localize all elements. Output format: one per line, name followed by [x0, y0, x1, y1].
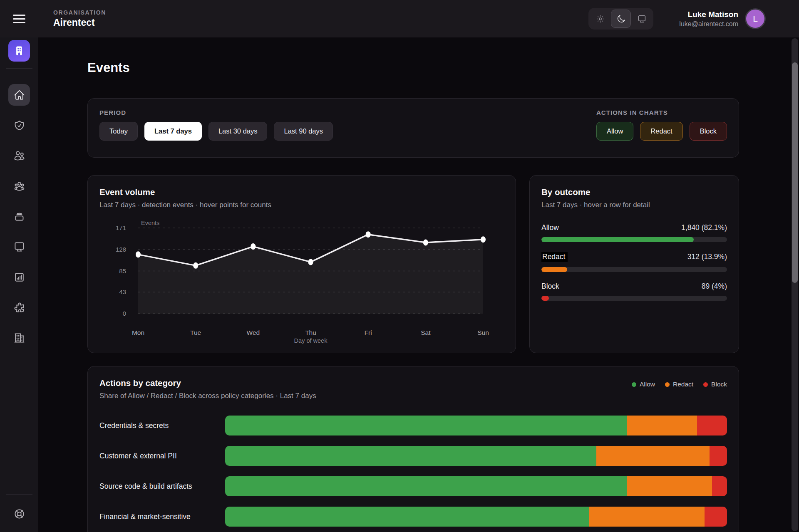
building-logo-icon [13, 45, 25, 57]
theme-light-button[interactable] [590, 10, 610, 28]
event-volume-subtitle: Last 7 days · detection events · hover p… [99, 201, 504, 209]
outcome-label: Block [541, 282, 559, 291]
svg-text:Sun: Sun [477, 329, 489, 336]
period-last-30-days-button[interactable]: Last 30 days [208, 122, 268, 141]
segment-block [712, 476, 727, 496]
svg-text:Tue: Tue [190, 329, 201, 336]
period-today-button[interactable]: Today [99, 122, 138, 141]
scrollbar-thumb[interactable] [792, 62, 798, 283]
actions-by-category-card: Actions by category Share of Allow / Red… [87, 366, 739, 532]
sidebar-item-analytics[interactable] [8, 266, 30, 288]
page-scrollbar[interactable] [792, 38, 798, 531]
legend-item-block: Block [703, 381, 727, 388]
outcome-bar-fill [541, 296, 549, 301]
shield-check-icon [14, 120, 25, 131]
stacked-bar[interactable] [225, 446, 727, 466]
action-allow-button[interactable]: Allow [596, 122, 633, 141]
period-last-90-days-button[interactable]: Last 90 days [274, 122, 333, 141]
outcome-label: Allow [541, 223, 559, 232]
sidebar-bottom [0, 494, 38, 525]
sidebar-item-help[interactable] [8, 503, 30, 525]
topbar: ORGANISATION Airentect Luke Matison luke… [0, 0, 799, 37]
org-logo[interactable] [8, 40, 30, 62]
segment-redact [627, 416, 697, 435]
stacked-bar[interactable] [225, 416, 727, 435]
segment-block [697, 416, 727, 435]
actions-by-category-title: Actions by category [99, 378, 316, 388]
user-info: Luke Matison luke@airentect.com [679, 10, 738, 28]
outcome-row-allow[interactable]: Allow 1,840 (82.1%) [541, 223, 727, 242]
actions-filter: ACTIONS IN CHARTS Allow Redact Block [596, 109, 727, 147]
action-redact-button[interactable]: Redact [640, 122, 682, 141]
actions-by-category-subtitle: Share of Allow / Redact / Block across p… [99, 392, 316, 400]
theme-dark-button[interactable] [611, 10, 631, 28]
org-block: ORGANISATION Airentect [53, 9, 106, 28]
sidebar-item-inbox[interactable] [8, 205, 30, 227]
svg-text:Events: Events [141, 220, 159, 226]
outcome-label: Redact [541, 252, 568, 262]
event-volume-card: Event volume Last 7 days · detection eve… [87, 175, 516, 353]
svg-text:Mon: Mon [132, 329, 144, 336]
action-block-button[interactable]: Block [690, 122, 727, 141]
event-volume-line-chart[interactable]: 17112885430MonTueWedThuFriSatSunEventsDa… [99, 218, 505, 345]
legend-item-redact: Redact [665, 381, 693, 388]
chart-bar-icon [14, 272, 25, 283]
segment-block [710, 446, 727, 466]
period-filter: PERIOD Today Last 7 days Last 30 days La… [99, 109, 333, 147]
sidebar [0, 37, 38, 532]
category-label: Financial & market-sensitive [99, 512, 225, 521]
outcome-row-redact[interactable]: Redact 312 (13.9%) [541, 252, 727, 272]
segment-allow [225, 507, 589, 527]
sidebar-item-devices[interactable] [8, 236, 30, 257]
outcome-value: 312 (13.9%) [687, 252, 727, 261]
outcome-bar-track [541, 296, 727, 301]
avatar[interactable]: L [745, 8, 766, 29]
desktop-icon [14, 241, 25, 252]
redact-dot-icon [665, 382, 670, 387]
sidebar-item-teams[interactable] [8, 175, 30, 197]
category-row: Customer & external PII [99, 446, 727, 466]
svg-text:Day of week: Day of week [294, 337, 328, 344]
sidebar-bottom-divider [6, 494, 32, 495]
org-label: ORGANISATION [53, 9, 106, 16]
actions-label: ACTIONS IN CHARTS [596, 109, 727, 116]
filters-card: PERIOD Today Last 7 days Last 30 days La… [87, 98, 739, 158]
stacked-bar[interactable] [225, 507, 727, 527]
legend-item-allow: Allow [632, 381, 655, 388]
sidebar-item-integrations[interactable] [8, 297, 30, 318]
category-label: Customer & external PII [99, 452, 225, 460]
menu-icon[interactable] [0, 0, 38, 37]
sidebar-item-policies[interactable] [8, 114, 30, 136]
sidebar-item-users[interactable] [8, 145, 30, 166]
building-office-icon [14, 332, 25, 344]
home-icon [14, 89, 25, 101]
user-name: Luke Matison [679, 10, 738, 19]
svg-text:Wed: Wed [247, 329, 260, 336]
outcome-bar-fill [541, 267, 567, 272]
inbox-stack-icon [14, 211, 25, 222]
outcome-value: 89 (4%) [702, 282, 727, 291]
period-last-7-days-button[interactable]: Last 7 days [144, 122, 202, 141]
sidebar-item-home[interactable] [8, 84, 30, 106]
sidebar-item-organisation[interactable] [8, 327, 30, 349]
theme-system-button[interactable] [632, 10, 652, 28]
user-group-icon [14, 181, 25, 192]
main-content: Events PERIOD Today Last 7 days Last 30 … [38, 37, 799, 532]
sidebar-divider [6, 68, 32, 69]
svg-text:0: 0 [123, 310, 126, 317]
outcome-row-block[interactable]: Block 89 (4%) [541, 282, 727, 301]
svg-text:85: 85 [119, 267, 126, 275]
lifebuoy-icon [14, 508, 25, 520]
stacked-bar[interactable] [225, 476, 727, 496]
svg-text:43: 43 [119, 288, 126, 295]
segment-redact [589, 507, 704, 527]
segment-allow [225, 416, 627, 435]
segment-allow [225, 476, 627, 496]
theme-toggle [588, 8, 653, 30]
org-name: Airentect [53, 17, 106, 28]
allow-dot-icon [632, 382, 636, 387]
users-icon [14, 150, 25, 161]
svg-text:128: 128 [116, 246, 126, 253]
user-email: luke@airentect.com [679, 20, 738, 28]
segment-redact [596, 446, 709, 466]
